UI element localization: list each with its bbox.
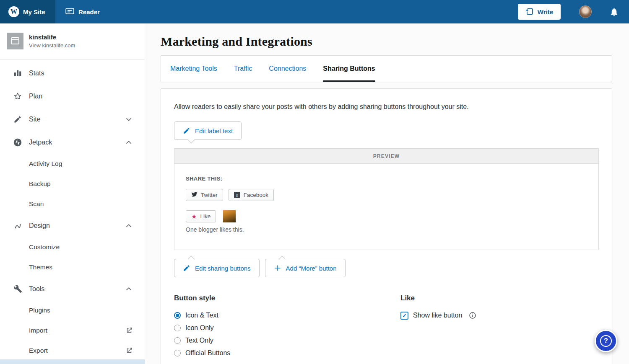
tab-traffic[interactable]: Traffic bbox=[234, 56, 252, 82]
sidebar-item-export[interactable]: Export bbox=[0, 341, 145, 361]
my-site-menu[interactable]: W My Site bbox=[0, 0, 55, 23]
sidebar-item-label: Site bbox=[29, 116, 41, 123]
sidebar-item-label: Plan bbox=[29, 93, 42, 100]
reader-label: Reader bbox=[78, 8, 100, 15]
masthead-right: Write bbox=[518, 0, 629, 23]
write-button[interactable]: Write bbox=[518, 4, 561, 20]
star-icon bbox=[13, 92, 23, 101]
sidebar-item-scan[interactable]: Scan bbox=[0, 194, 145, 214]
sidebar-item-label: Scan bbox=[29, 200, 44, 208]
site-view-link[interactable]: View kinstalife.com bbox=[29, 42, 75, 49]
sidebar-item-tools[interactable]: Tools bbox=[0, 277, 145, 300]
twitter-share-button[interactable]: Twitter bbox=[186, 189, 223, 201]
pencil-icon bbox=[183, 264, 190, 272]
like-section: Like ✓ Show like button bbox=[400, 294, 599, 359]
sidebar-item-site[interactable]: Site bbox=[0, 108, 145, 131]
like-button[interactable]: ★ Like bbox=[186, 210, 216, 222]
site-card-text: kinstalife View kinstalife.com bbox=[29, 34, 75, 49]
liker-avatar[interactable] bbox=[223, 210, 236, 222]
reader-menu[interactable]: Reader bbox=[55, 0, 110, 23]
site-icon bbox=[7, 33, 23, 49]
sidebar-item-label: Jetpack bbox=[29, 139, 52, 146]
edit-label-text-label: Edit label text bbox=[195, 127, 233, 134]
sidebar-item-backup[interactable]: Backup bbox=[0, 174, 145, 194]
tab-marketing-tools[interactable]: Marketing Tools bbox=[170, 56, 217, 82]
tab-sharing-buttons[interactable]: Sharing Buttons bbox=[323, 56, 375, 82]
show-like-button-row[interactable]: ✓ Show like button bbox=[400, 309, 599, 322]
sidebar-item-label: Export bbox=[29, 347, 48, 354]
external-link-icon bbox=[125, 327, 133, 334]
add-more-button[interactable]: Add “More” button bbox=[265, 259, 346, 277]
design-icon bbox=[13, 221, 23, 230]
twitter-label: Twitter bbox=[201, 192, 218, 198]
radio-official-buttons[interactable]: Official Buttons bbox=[174, 347, 400, 359]
edit-sharing-buttons-label: Edit sharing buttons bbox=[195, 265, 251, 272]
like-label: Like bbox=[200, 213, 211, 219]
sidebar-item-label: Customize bbox=[29, 243, 60, 251]
radio-icon-only[interactable]: Icon Only bbox=[174, 322, 400, 334]
preview-body: SHARE THIS: Twitter f Facebook bbox=[174, 164, 598, 250]
wordpress-logo-icon: W bbox=[8, 6, 19, 17]
tab-connections[interactable]: Connections bbox=[269, 56, 306, 82]
radio-icon[interactable] bbox=[174, 337, 181, 344]
sidebar-item-customize[interactable]: Customize bbox=[0, 237, 145, 257]
sidebar-item-label: Import bbox=[29, 327, 47, 334]
pencil-icon bbox=[13, 115, 23, 124]
radio-label: Icon & Text bbox=[185, 312, 218, 319]
share-this-label: SHARE THIS: bbox=[186, 176, 587, 182]
sidebar-item-themes[interactable]: Themes bbox=[0, 257, 145, 277]
checkbox-checked-icon[interactable]: ✓ bbox=[400, 312, 408, 320]
sidebar-item-import[interactable]: Import bbox=[0, 320, 145, 341]
info-icon[interactable] bbox=[469, 312, 476, 319]
button-style-section: Button style Icon & Text Icon Only Text … bbox=[174, 294, 400, 359]
like-row: ★ Like bbox=[186, 210, 587, 222]
facebook-share-button[interactable]: f Facebook bbox=[229, 189, 274, 201]
chevron-up-icon bbox=[125, 285, 133, 293]
reader-icon bbox=[65, 7, 74, 16]
facebook-label: Facebook bbox=[244, 192, 268, 198]
site-card[interactable]: kinstalife View kinstalife.com bbox=[0, 23, 145, 60]
options-sections: Button style Icon & Text Icon Only Text … bbox=[174, 294, 599, 359]
wrench-icon bbox=[13, 284, 23, 293]
edit-buttons-row: Edit sharing buttons Add “More” button bbox=[174, 259, 599, 277]
sidebar-item-label: Backup bbox=[29, 180, 51, 188]
user-avatar[interactable] bbox=[579, 5, 592, 18]
sidebar-item-stats[interactable]: Stats bbox=[0, 62, 145, 85]
radio-text-only[interactable]: Text Only bbox=[174, 334, 400, 347]
sharing-preview: PREVIEW SHARE THIS: Twitter f Facebook bbox=[174, 148, 599, 250]
radio-icon[interactable] bbox=[174, 325, 181, 331]
facebook-icon: f bbox=[234, 192, 240, 198]
section-nav-tabs: Marketing Tools Traffic Connections Shar… bbox=[161, 55, 612, 82]
notifications-bell-icon[interactable] bbox=[609, 7, 619, 17]
chevron-down-icon bbox=[125, 115, 133, 124]
sidebar-item-plugins[interactable]: Plugins bbox=[0, 300, 145, 320]
sidebar-menu: Stats Plan Site Jetpack bbox=[0, 62, 145, 361]
sidebar-item-label: Stats bbox=[29, 70, 44, 77]
chevron-up-icon bbox=[125, 138, 133, 147]
main-content: Marketing and Integrations Marketing Too… bbox=[145, 23, 629, 364]
external-link-icon bbox=[125, 347, 133, 354]
help-button[interactable]: ? bbox=[595, 330, 617, 352]
edit-label-text-button[interactable]: Edit label text bbox=[174, 121, 242, 140]
sidebar-item-label: Plugins bbox=[29, 307, 50, 314]
masthead: W My Site Reader Write bbox=[0, 0, 629, 23]
write-label: Write bbox=[538, 8, 553, 15]
sidebar-item-design[interactable]: Design bbox=[0, 214, 145, 237]
sidebar-item-jetpack[interactable]: Jetpack bbox=[0, 131, 145, 154]
sidebar-item-activity-log[interactable]: Activity Log bbox=[0, 154, 145, 174]
add-more-label: Add “More” button bbox=[286, 265, 337, 272]
sidebar-item-plan[interactable]: Plan bbox=[0, 85, 145, 108]
write-icon bbox=[525, 7, 534, 17]
radio-icon[interactable] bbox=[174, 312, 181, 319]
sidebar-selected-item-partial[interactable] bbox=[0, 359, 145, 364]
jetpack-icon bbox=[13, 138, 23, 147]
edit-sharing-buttons-button[interactable]: Edit sharing buttons bbox=[174, 259, 260, 277]
page-title: Marketing and Integrations bbox=[161, 34, 612, 49]
like-heading: Like bbox=[400, 294, 599, 302]
preview-header: PREVIEW bbox=[174, 149, 598, 164]
radio-icon-and-text[interactable]: Icon & Text bbox=[174, 309, 400, 322]
sidebar-item-label: Activity Log bbox=[29, 160, 62, 168]
sidebar-item-label: Tools bbox=[29, 285, 44, 293]
radio-icon[interactable] bbox=[174, 350, 181, 356]
likes-text: One blogger likes this. bbox=[186, 226, 587, 233]
